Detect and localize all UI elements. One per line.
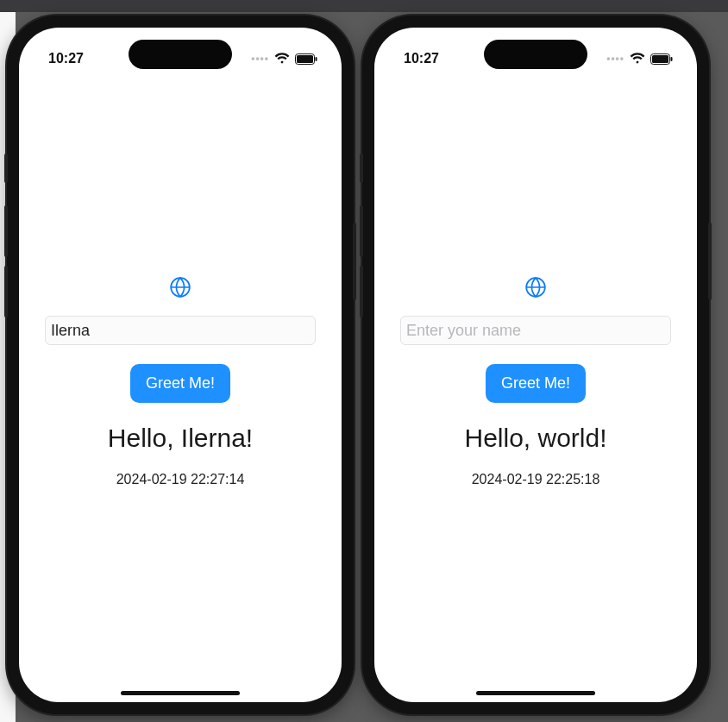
wifi-icon (274, 53, 290, 65)
dynamic-island (484, 40, 587, 69)
dynamic-island (129, 40, 232, 69)
simulator-row: 10:27 •••• Greet Me! Hello, Ilerna! 2024… (0, 0, 728, 714)
phone-screen: 10:27 •••• Greet Me! Hello, world! 2024-… (374, 28, 697, 702)
globe-icon (524, 276, 547, 298)
greeting-text: Hello, Ilerna! (108, 424, 253, 453)
svg-rect-2 (316, 57, 317, 61)
timestamp-text: 2024-02-19 22:25:18 (472, 472, 600, 487)
cellular-icon: •••• (606, 53, 624, 65)
volume-down-button (4, 266, 8, 317)
volume-down-button (360, 266, 363, 317)
home-indicator (121, 691, 240, 695)
name-input[interactable] (400, 316, 671, 345)
iphone-simulator-right: 10:27 •••• Greet Me! Hello, world! 2024-… (362, 16, 709, 714)
iphone-simulator-left: 10:27 •••• Greet Me! Hello, Ilerna! 2024… (7, 16, 354, 714)
cellular-icon: •••• (251, 53, 269, 65)
battery-icon (650, 53, 673, 65)
timestamp-text: 2024-02-19 22:27:14 (116, 472, 245, 487)
home-indicator (476, 691, 595, 695)
name-input[interactable] (45, 316, 316, 345)
side-button (4, 154, 8, 183)
status-icons: •••• (606, 53, 673, 65)
status-icons: •••• (251, 53, 317, 65)
phone-screen: 10:27 •••• Greet Me! Hello, Ilerna! 2024… (19, 28, 342, 702)
greeting-text: Hello, world! (464, 424, 606, 453)
volume-up-button (4, 205, 8, 257)
volume-up-button (360, 205, 363, 257)
greet-button[interactable]: Greet Me! (130, 364, 230, 403)
globe-icon (169, 276, 191, 298)
svg-rect-1 (297, 55, 313, 63)
status-time: 10:27 (404, 51, 439, 66)
status-time: 10:27 (48, 51, 84, 66)
wifi-icon (630, 53, 645, 65)
side-button (360, 154, 363, 183)
power-button (353, 223, 356, 300)
power-button (708, 223, 712, 300)
app-content: Greet Me! Hello, world! 2024-02-19 22:25… (374, 78, 697, 702)
greet-button[interactable]: Greet Me! (486, 364, 586, 403)
battery-icon (295, 53, 317, 65)
svg-rect-6 (671, 57, 673, 61)
svg-rect-5 (652, 55, 668, 63)
app-content: Greet Me! Hello, Ilerna! 2024-02-19 22:2… (19, 78, 342, 702)
